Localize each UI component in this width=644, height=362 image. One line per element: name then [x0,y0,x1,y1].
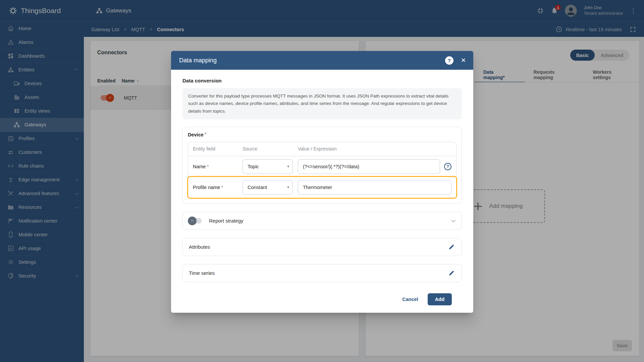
device-row-profile-name: Profile name* Constant ▾ [188,177,456,198]
profile-source-select[interactable]: Constant ▾ [243,180,293,195]
report-strategy-toggle[interactable]: − [189,218,202,224]
name-expression-input[interactable] [298,159,440,174]
device-table: Entity field Source Value / Expression N… [188,142,457,198]
dialog-title: Data mapping [179,57,217,64]
device-title: Device [188,132,204,137]
column-entity-field: Entity field [193,146,243,152]
chevron-down-icon[interactable] [451,218,455,222]
dialog-header: Data mapping ? ✕ [171,51,473,70]
cancel-button[interactable]: Cancel [402,297,418,302]
time-series-label: Time series [189,270,215,276]
selected-option: Topic [248,164,259,169]
profile-value-input[interactable] [298,180,451,195]
edit-time-series-icon[interactable] [448,270,455,277]
selected-option: Constant [248,185,267,190]
edit-attributes-icon[interactable] [448,244,455,250]
report-strategy-section: − Report strategy [182,212,462,230]
expression-help-icon[interactable]: ? [444,163,451,170]
dialog-body: Data conversion Converter for this paylo… [171,70,473,313]
column-source: Source [243,146,298,152]
name-source-select[interactable]: Topic ▾ [243,159,293,174]
add-button[interactable]: Add [428,293,452,305]
required-mark: * [207,164,209,169]
column-value-expression: Value / Expression [298,146,337,152]
minus-icon: − [191,218,194,223]
converter-description: Converter for this payload type processe… [182,88,462,119]
dialog-footer: Cancel Add [182,287,462,313]
time-series-section: Time series [182,264,462,282]
required-mark: * [205,132,207,137]
required-mark: * [221,185,223,190]
attributes-label: Attributes [189,244,210,250]
device-fieldset: Device* Entity field Source Value / Expr… [182,127,462,204]
dialog-help-icon[interactable]: ? [445,56,453,65]
attributes-section: Attributes [182,238,462,256]
dropdown-arrow-icon: ▾ [287,164,289,169]
field-label: Profile name [193,185,220,190]
dropdown-arrow-icon: ▾ [287,185,289,189]
device-table-header: Entity field Source Value / Expression [188,142,456,156]
data-conversion-title: Data conversion [182,78,462,83]
report-strategy-label: Report strategy [209,218,244,224]
device-row-name: Name* Topic ▾ ? [188,156,456,177]
data-mapping-dialog: Data mapping ? ✕ Data conversion Convert… [171,51,473,313]
field-label: Name [193,164,206,169]
close-icon[interactable]: ✕ [461,57,466,64]
